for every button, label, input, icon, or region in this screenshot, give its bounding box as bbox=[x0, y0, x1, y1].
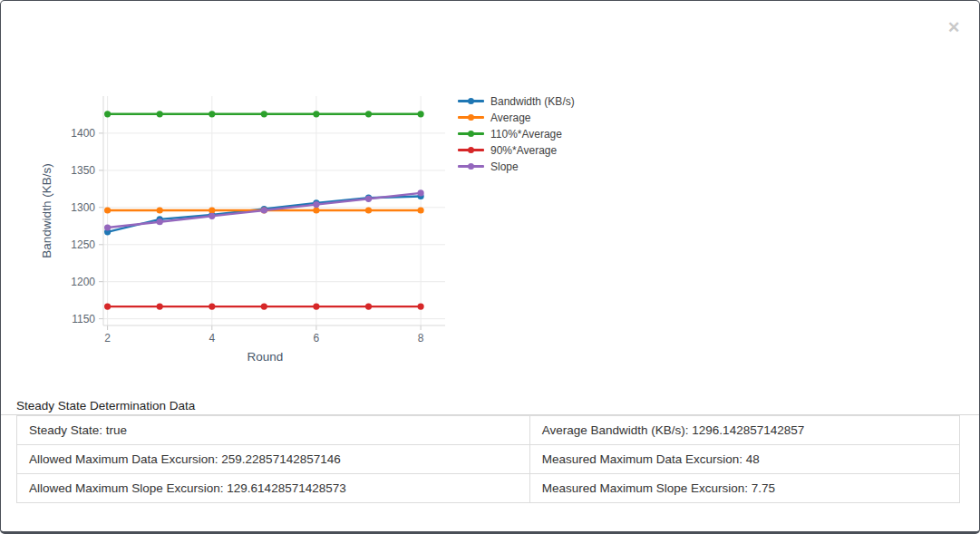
legend-line-marker-icon bbox=[458, 112, 484, 123]
steady-state-modal: ✕ 1150120012501300135014002468Bandwidth … bbox=[0, 0, 980, 534]
svg-text:Round: Round bbox=[247, 350, 284, 364]
legend-label: Bandwidth (KB/s) bbox=[490, 95, 575, 108]
table-cell: Average Bandwidth (KB/s): 1296.142857142… bbox=[529, 416, 959, 445]
svg-text:1250: 1250 bbox=[71, 238, 95, 251]
bandwidth-chart: 1150120012501300135014002468Bandwidth (K… bbox=[1, 1, 636, 391]
legend-label: Slope bbox=[490, 160, 519, 173]
svg-text:1350: 1350 bbox=[71, 164, 95, 177]
table-cell: Measured Maximum Slope Excursion: 7.75 bbox=[529, 474, 959, 503]
table-row: Steady State: trueAverage Bandwidth (KB/… bbox=[17, 416, 960, 445]
section-title: Steady State Determination Data bbox=[16, 399, 195, 413]
svg-text:1150: 1150 bbox=[72, 313, 95, 325]
svg-text:1300: 1300 bbox=[71, 201, 95, 214]
legend-line-marker-icon bbox=[458, 144, 484, 156]
steady-state-table-body: Steady State: trueAverage Bandwidth (KB/… bbox=[17, 416, 960, 503]
table-cell: Allowed Maximum Data Excursion: 259.2285… bbox=[17, 445, 530, 474]
svg-text:8: 8 bbox=[418, 332, 424, 345]
legend-line-marker-icon bbox=[458, 160, 484, 172]
legend-item[interactable]: Slope bbox=[458, 160, 575, 172]
steady-state-table: Steady State: trueAverage Bandwidth (KB/… bbox=[16, 415, 960, 503]
table-cell: Allowed Maximum Slope Excursion: 129.614… bbox=[17, 474, 530, 503]
close-icon[interactable]: ✕ bbox=[945, 19, 963, 37]
svg-text:Bandwidth (KB/s): Bandwidth (KB/s) bbox=[40, 163, 53, 257]
legend-item[interactable]: 90%*Average bbox=[458, 144, 575, 156]
table-cell: Measured Maximum Data Excursion: 48 bbox=[529, 445, 959, 474]
legend-label: 110%*Average bbox=[490, 128, 562, 141]
legend-line-marker-icon bbox=[458, 95, 484, 107]
table-row: Allowed Maximum Slope Excursion: 129.614… bbox=[17, 474, 960, 503]
legend-item[interactable]: Average bbox=[458, 112, 575, 123]
legend-label: 90%*Average bbox=[490, 144, 557, 157]
svg-text:4: 4 bbox=[209, 332, 215, 345]
svg-text:6: 6 bbox=[314, 332, 320, 345]
table-row: Allowed Maximum Data Excursion: 259.2285… bbox=[17, 445, 960, 474]
legend-label: Average bbox=[490, 112, 530, 124]
chart-svg: 1150120012501300135014002468Bandwidth (K… bbox=[1, 1, 636, 391]
legend-item[interactable]: 110%*Average bbox=[458, 128, 575, 140]
svg-text:2: 2 bbox=[104, 332, 111, 345]
legend-item[interactable]: Bandwidth (KB/s) bbox=[458, 95, 575, 107]
svg-text:1400: 1400 bbox=[71, 127, 95, 140]
table-cell: Steady State: true bbox=[17, 416, 530, 445]
svg-text:1200: 1200 bbox=[71, 276, 95, 288]
legend-line-marker-icon bbox=[458, 128, 484, 140]
chart-legend: Bandwidth (KB/s)Average110%*Average90%*A… bbox=[458, 95, 575, 172]
